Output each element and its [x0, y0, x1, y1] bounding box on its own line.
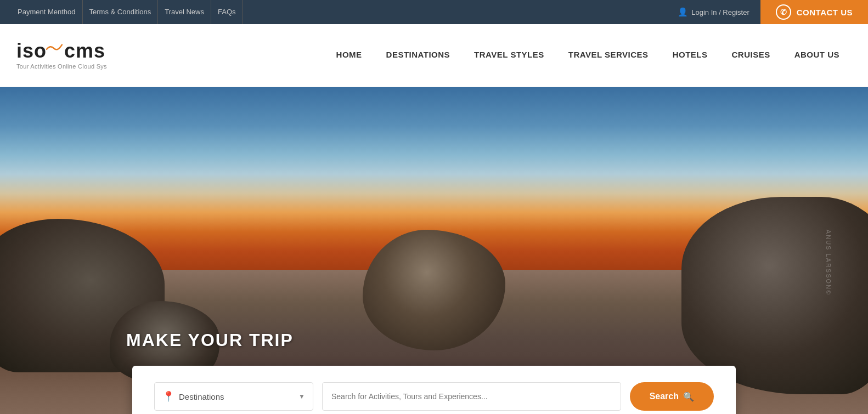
chevron-down-icon: ▼	[298, 393, 305, 400]
destination-dropdown[interactable]: 📍 Destinations ▼	[154, 382, 313, 411]
main-nav: HOME DESTINATIONS TRAVEL STYLES TRAVEL S…	[140, 24, 852, 87]
hero-scene: ANUS LARSSON©	[0, 87, 868, 414]
logo-iso: iso	[16, 39, 47, 62]
nav-hotels[interactable]: HOTELS	[661, 24, 720, 87]
faqs-link[interactable]: FAQs	[211, 0, 243, 24]
logo-checkmark-icon	[46, 44, 63, 54]
logo[interactable]: isocms	[16, 41, 107, 61]
top-bar-right: 👤 Login In / Register ✆ CONTACT US	[667, 0, 868, 24]
top-bar: Payment Menthod Terms & Conditions Trave…	[0, 0, 868, 24]
destination-text: Destinations	[179, 392, 294, 401]
payment-link[interactable]: Payment Menthod	[11, 0, 83, 24]
login-link[interactable]: 👤 Login In / Register	[667, 7, 760, 17]
header: isocms Tour Activities Online Cloud Sys …	[0, 24, 868, 87]
rock-right	[681, 197, 868, 394]
hero-section: ANUS LARSSON© MAKE YOUR TRIP 📍 Destinati…	[0, 87, 868, 414]
contact-us-label: CONTACT US	[797, 8, 853, 17]
pin-icon: 📍	[162, 390, 174, 402]
travel-news-link[interactable]: Travel News	[158, 0, 211, 24]
search-icon: 🔍	[683, 392, 694, 402]
contact-us-button[interactable]: ✆ CONTACT US	[760, 0, 868, 24]
nav-about[interactable]: ABOUT US	[782, 24, 852, 87]
logo-area: isocms Tour Activities Online Cloud Sys	[16, 41, 107, 70]
nav-travel-styles[interactable]: TRAVEL STYLES	[462, 24, 556, 87]
user-icon: 👤	[678, 7, 688, 17]
top-bar-links: Payment Menthod Terms & Conditions Trave…	[0, 0, 243, 24]
hero-content: MAKE YOUR TRIP	[126, 330, 294, 350]
logo-cms: cms	[64, 39, 105, 62]
terms-link[interactable]: Terms & Conditions	[83, 0, 159, 24]
search-button-label: Search	[650, 392, 679, 401]
search-button[interactable]: Search 🔍	[630, 382, 714, 411]
watermark: ANUS LARSSON©	[825, 230, 832, 296]
hero-background: ANUS LARSSON©	[0, 87, 868, 414]
logo-subtitle: Tour Activities Online Cloud Sys	[16, 63, 107, 70]
nav-cruises[interactable]: CRUISES	[719, 24, 782, 87]
search-box: 📍 Destinations ▼ Search 🔍	[132, 366, 736, 414]
nav-home[interactable]: HOME	[324, 24, 374, 87]
phone-icon: ✆	[776, 4, 791, 20]
login-label: Login In / Register	[691, 8, 749, 16]
nav-travel-services[interactable]: TRAVEL SERVICES	[556, 24, 661, 87]
nav-destinations[interactable]: DESTINATIONS	[374, 24, 463, 87]
search-input[interactable]	[322, 382, 621, 411]
hero-title: MAKE YOUR TRIP	[126, 330, 294, 350]
logo-text: isocms	[16, 39, 105, 62]
